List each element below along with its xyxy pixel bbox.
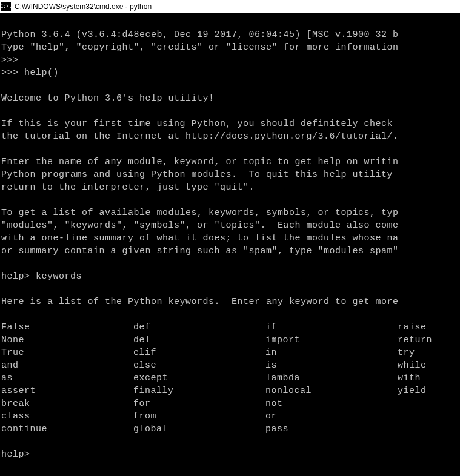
help-para2-line1: Enter the name of any module, keyword, o…: [1, 157, 399, 167]
keyword: as: [1, 372, 133, 385]
keyword: lambda: [265, 372, 398, 385]
keyword: while: [398, 359, 459, 372]
keywords-table: Falsedefifraise Nonedelimportreturn True…: [1, 321, 459, 435]
keyword: None: [1, 334, 133, 346]
keyword: from: [133, 410, 265, 423]
help-prompt-keywords: help> keywords: [1, 271, 82, 282]
keyword: class: [1, 410, 133, 423]
keyword: finally: [133, 385, 265, 397]
keyword: return: [398, 334, 459, 346]
terminal-output[interactable]: Python 3.6.4 (v3.6.4:d48eceb, Dec 19 201…: [0, 13, 460, 463]
keyword: except: [133, 372, 265, 385]
keyword: raise: [398, 321, 459, 334]
help-para1-line1: If this is your first time using Python,…: [1, 119, 399, 129]
keyword: True: [1, 346, 133, 359]
window-title: C:\WINDOWS\system32\cmd.exe - python: [15, 2, 152, 11]
help-para3-line4: or summary contain a given string such a…: [1, 246, 399, 256]
keyword: for: [133, 397, 265, 410]
window-titlebar[interactable]: C:\. C:\WINDOWS\system32\cmd.exe - pytho…: [0, 0, 460, 13]
python-info-line: Type "help", "copyright", "credits" or "…: [1, 42, 399, 53]
help-para2-line3: return to the interpreter, just type "qu…: [1, 182, 255, 193]
keyword: yield: [398, 385, 459, 397]
repl-prompt: >>>: [1, 55, 19, 65]
keyword: def: [133, 321, 265, 334]
keyword: break: [1, 397, 133, 410]
keyword: elif: [133, 346, 265, 359]
help-para1-line2: the tutorial on the Internet at http://d…: [1, 131, 399, 142]
keyword: [398, 397, 459, 410]
keyword: del: [133, 334, 265, 346]
keyword: and: [1, 359, 133, 372]
keyword: is: [265, 359, 398, 372]
keyword: [398, 410, 459, 423]
repl-input-help: >>> help(): [1, 68, 59, 78]
help-welcome: Welcome to Python 3.6's help utility!: [1, 93, 215, 104]
keyword: try: [398, 346, 459, 359]
keyword: else: [133, 359, 265, 372]
keyword: nonlocal: [265, 385, 398, 397]
help-para2-line2: Python programs and using Python modules…: [1, 170, 399, 180]
help-para3-line1: To get a list of available modules, keyw…: [1, 208, 399, 218]
help-para3-line3: with a one-line summary of what it does;…: [1, 233, 399, 243]
keywords-intro: Here is a list of the Python keywords. E…: [1, 297, 399, 307]
keyword: import: [265, 334, 398, 346]
keyword: not: [265, 397, 398, 410]
keyword: in: [265, 346, 398, 359]
python-version-line: Python 3.6.4 (v3.6.4:d48eceb, Dec 19 201…: [1, 30, 399, 40]
help-para3-line2: "modules", "keywords", "symbols", or "to…: [1, 220, 399, 231]
keyword: if: [265, 321, 398, 334]
keyword: or: [265, 410, 398, 423]
keyword: pass: [265, 423, 398, 435]
keyword: continue: [1, 423, 133, 435]
keyword: [398, 423, 459, 435]
help-prompt-cursor[interactable]: help>: [1, 449, 30, 460]
keyword: global: [133, 423, 265, 435]
keyword: False: [1, 321, 133, 334]
keyword: with: [398, 372, 459, 385]
keyword: assert: [1, 385, 133, 397]
cmd-icon: C:\.: [1, 2, 11, 11]
